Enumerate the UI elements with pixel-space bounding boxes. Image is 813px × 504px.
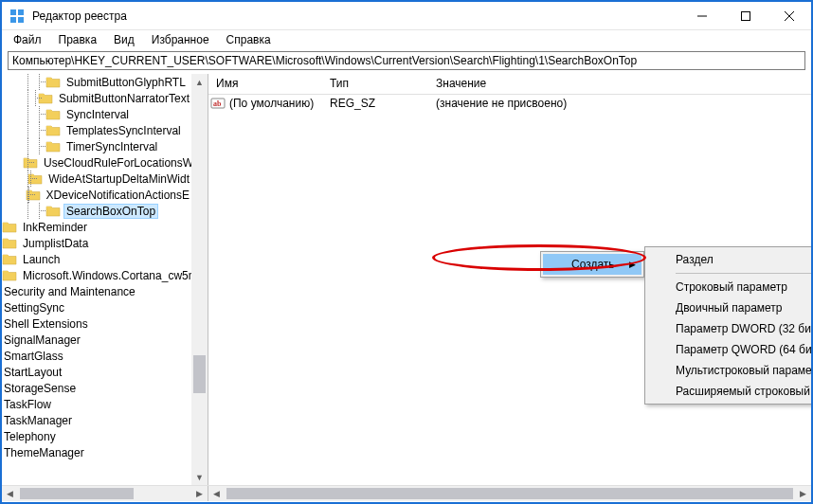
ctx-new-key-label: Раздел: [676, 253, 714, 266]
tree-item-label: SubmitButtonNarratorText: [57, 92, 191, 105]
horizontal-scrollbars: ◀ ▶ ◀ ▶: [2, 485, 811, 501]
tree-item[interactable]: SignalManager: [2, 332, 191, 348]
address-bar[interactable]: Компьютер\HKEY_CURRENT_USER\SOFTWARE\Mic…: [8, 51, 805, 70]
titlebar: Редактор реестра: [2, 2, 811, 30]
tree-connector: [23, 122, 34, 138]
tree-item-label: TemplatesSyncInterval: [64, 124, 183, 137]
tree-item[interactable]: XDeviceNotificationActionsE: [2, 187, 191, 203]
tree-item[interactable]: TimerSyncInterval: [2, 138, 191, 154]
ctx-new-key[interactable]: Раздел: [647, 249, 811, 270]
tree-connector: [30, 90, 38, 106]
maximize-button[interactable]: [724, 2, 768, 30]
context-menu[interactable]: Создать ▶: [540, 251, 644, 278]
tree-item-label: ThemeManager: [2, 446, 86, 459]
tree-item[interactable]: Launch: [2, 251, 191, 267]
menu-help[interactable]: Справка: [219, 32, 279, 47]
scroll-track[interactable]: [18, 486, 191, 501]
ctx-create-label: Создать: [571, 258, 615, 271]
ctx-separator: [676, 273, 811, 274]
tree-item[interactable]: UseCloudRuleForLocationsW: [2, 154, 191, 171]
tree-connector: [23, 74, 34, 90]
submenu-arrow-icon: ▶: [629, 260, 636, 269]
context-submenu-create[interactable]: Раздел Строковый параметр Двоичный парам…: [644, 246, 811, 405]
close-button[interactable]: [768, 2, 811, 30]
tree-horizontal-scrollbar[interactable]: ◀ ▶: [2, 486, 208, 501]
ctx-new-string[interactable]: Строковый параметр: [647, 277, 811, 297]
scroll-thumb[interactable]: [226, 488, 793, 499]
svg-rect-5: [742, 11, 750, 20]
scroll-up-icon[interactable]: ▲: [191, 74, 208, 90]
menu-edit[interactable]: Правка: [51, 32, 105, 47]
tree-item[interactable]: ThemeManager: [2, 444, 191, 460]
tree-item[interactable]: SyncInterval: [2, 106, 191, 122]
ctx-new-qword[interactable]: Параметр QWORD (64 бита): [647, 339, 811, 360]
svg-rect-1: [18, 9, 24, 15]
menu-file[interactable]: Файл: [6, 32, 49, 47]
scroll-right-icon[interactable]: ▶: [191, 486, 208, 502]
tree-item-label: SettingSync: [2, 301, 66, 315]
ctx-new-multi[interactable]: Мультистроковый параметр: [647, 360, 811, 381]
tree-item[interactable]: WideAtStartupDeltaMinWidt: [2, 171, 191, 187]
scroll-track[interactable]: [191, 90, 208, 469]
column-value[interactable]: Значение: [428, 74, 811, 94]
tree-connector: [34, 203, 45, 219]
tree-item-label: UseCloudRuleForLocationsW: [42, 156, 191, 170]
tree-item-label: SubmitButtonGlyphRTL: [64, 76, 188, 89]
scroll-left-icon[interactable]: ◀: [208, 486, 225, 502]
tree[interactable]: SubmitButtonGlyphRTL SubmitButtonNarrato…: [2, 74, 191, 460]
list-pane: Имя Тип Значение ab (По умолчанию) REG_S…: [208, 74, 811, 485]
ctx-new-multi-label: Мультистроковый параметр: [676, 364, 811, 377]
scroll-left-icon[interactable]: ◀: [2, 486, 18, 502]
tree-item-label: TimerSyncInterval: [64, 140, 159, 153]
tree-vertical-scrollbar[interactable]: ▲ ▼: [191, 74, 208, 485]
row-name: (По умолчанию): [229, 97, 314, 110]
tree-item-label: XDeviceNotificationActionsE: [45, 189, 191, 202]
tree-connector: [23, 90, 30, 106]
tree-item[interactable]: SmartGlass: [2, 348, 191, 364]
ctx-create[interactable]: Создать ▶: [543, 254, 641, 275]
svg-rect-3: [18, 17, 24, 23]
tree-item[interactable]: Shell Extensions: [2, 315, 191, 332]
column-type[interactable]: Тип: [322, 74, 428, 94]
tree-item[interactable]: SearchBoxOnTop: [2, 203, 191, 219]
tree-item-label: SignalManager: [2, 333, 82, 347]
folder-icon: [45, 140, 61, 153]
ctx-new-binary-label: Двоичный параметр: [676, 301, 783, 315]
app-icon: [9, 9, 25, 24]
tree-item-label: StartLayout: [2, 366, 63, 379]
tree-item[interactable]: Security and Maintenance: [2, 283, 191, 299]
scroll-down-icon[interactable]: ▼: [191, 469, 208, 485]
scroll-track[interactable]: [225, 486, 795, 501]
list-horizontal-scrollbar[interactable]: ◀ ▶: [208, 486, 811, 501]
tree-item[interactable]: SettingSync: [2, 299, 191, 315]
tree-item[interactable]: SubmitButtonNarratorText: [2, 90, 191, 106]
scroll-thumb[interactable]: [20, 488, 134, 499]
tree-item[interactable]: JumplistData: [2, 235, 191, 251]
ctx-new-binary[interactable]: Двоичный параметр: [647, 297, 811, 318]
tree-item[interactable]: InkReminder: [2, 219, 191, 235]
menu-favorites[interactable]: Избранное: [144, 32, 217, 47]
tree-item[interactable]: TaskFlow: [2, 396, 191, 412]
tree-connector: [34, 122, 45, 138]
minimize-button[interactable]: [680, 2, 724, 30]
folder-icon: [2, 269, 17, 281]
ctx-new-expand[interactable]: Расширяемый строковый параметр: [647, 381, 811, 402]
tree-item[interactable]: StorageSense: [2, 380, 191, 396]
list-row[interactable]: ab (По умолчанию) REG_SZ (значение не пр…: [208, 95, 811, 111]
string-value-icon: ab: [210, 96, 226, 111]
tree-item[interactable]: TemplatesSyncInterval: [2, 122, 191, 138]
ctx-new-dword[interactable]: Параметр DWORD (32 бита): [647, 318, 811, 339]
list-header: Имя Тип Значение: [208, 74, 811, 95]
tree-item-label: Launch: [21, 253, 62, 266]
scroll-right-icon[interactable]: ▶: [795, 486, 811, 502]
tree-item[interactable]: Telephony: [2, 428, 191, 444]
tree-item[interactable]: Microsoft.Windows.Cortana_cw5n: [2, 267, 191, 283]
column-name[interactable]: Имя: [208, 74, 322, 94]
tree-item-label: Security and Maintenance: [2, 285, 137, 298]
tree-item[interactable]: StartLayout: [2, 364, 191, 380]
menu-view[interactable]: Вид: [106, 32, 142, 47]
tree-item[interactable]: SubmitButtonGlyphRTL: [2, 74, 191, 90]
tree-item[interactable]: TaskManager: [2, 412, 191, 428]
scroll-thumb[interactable]: [193, 355, 206, 393]
tree-item-label: TaskManager: [2, 414, 74, 427]
